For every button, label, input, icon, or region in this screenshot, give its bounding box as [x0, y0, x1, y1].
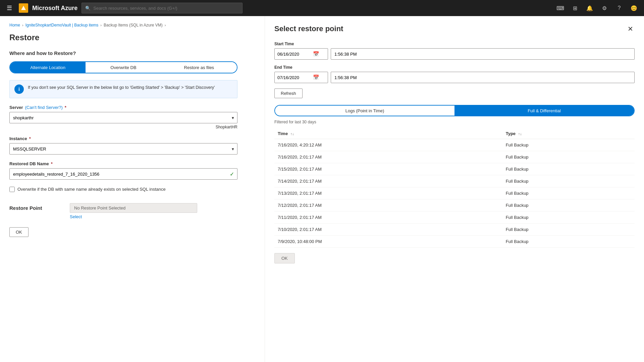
table-cell-type: Full Backup — [502, 151, 635, 163]
svg-marker-0 — [21, 6, 26, 10]
table-row[interactable]: 7/15/2020, 2:01:17 AM Full Backup — [274, 163, 635, 175]
table-row[interactable]: 7/13/2020, 2:01:17 AM Full Backup — [274, 187, 635, 199]
table-cell-time: 7/12/2020, 2:01:17 AM — [274, 199, 502, 212]
toggle-alternate-location[interactable]: Alternate Location — [10, 62, 86, 73]
server-select[interactable]: shopkarthr — [9, 112, 237, 123]
table-header-type[interactable]: Type ↑↓ — [502, 128, 635, 139]
breadcrumb-vault[interactable]: IgniteShopkartDemoVault | Backup items — [25, 23, 99, 27]
db-name-input[interactable] — [9, 168, 237, 180]
toggle-logs[interactable]: Logs (Point in Time) — [275, 106, 454, 116]
table-cell-type: Full Backup — [502, 187, 635, 199]
db-name-check-icon: ✓ — [230, 171, 234, 177]
cloud-shell-icon[interactable]: ⌨ — [554, 2, 566, 14]
end-date-input[interactable] — [277, 75, 311, 80]
start-time-label: Start Time — [274, 42, 635, 46]
table-header-time[interactable]: Time ↑↓ — [274, 128, 502, 139]
table-cell-type: Full Backup — [502, 236, 635, 248]
table-row[interactable]: 7/12/2020, 2:01:17 AM Full Backup — [274, 199, 635, 212]
refresh-button[interactable]: Refresh — [274, 88, 303, 98]
hamburger-icon[interactable]: ☰ — [4, 2, 15, 14]
table-row[interactable]: 7/11/2020, 2:01:17 AM Full Backup — [274, 212, 635, 224]
breadcrumb-sep-3: › — [165, 23, 166, 27]
table-row[interactable]: 7/10/2020, 2:01:17 AM Full Backup — [274, 224, 635, 236]
search-icon: 🔍 — [85, 6, 91, 11]
panel-header: Select restore point ✕ — [274, 24, 635, 34]
info-box: i If you don't see your SQL Server in th… — [9, 80, 237, 98]
restore-point-value: No Restore Point Selected — [70, 203, 197, 213]
info-text: If you don't see your SQL Server in the … — [28, 84, 215, 91]
breadcrumb-home[interactable]: Home — [9, 23, 20, 27]
search-bar[interactable]: 🔍 — [82, 3, 243, 13]
server-select-wrapper: shopkarthr ▾ — [9, 112, 237, 123]
section-title: Where and how to Restore? — [9, 50, 255, 56]
time-sort-icon[interactable]: ↑↓ — [290, 132, 294, 136]
type-sort-icon[interactable]: ↑↓ — [518, 132, 522, 136]
breadcrumb-current: Backup Items (SQL in Azure VM) — [104, 23, 163, 27]
table-row[interactable]: 7/16/2020, 2:01:17 AM Full Backup — [274, 151, 635, 163]
start-time-input[interactable] — [331, 48, 635, 60]
help-icon[interactable]: ? — [613, 2, 625, 14]
table-cell-time: 7/15/2020, 2:01:17 AM — [274, 163, 502, 175]
table-row[interactable]: 7/14/2020, 2:01:17 AM Full Backup — [274, 175, 635, 187]
search-input[interactable] — [93, 6, 239, 11]
main-container: Home › IgniteShopkartDemoVault | Backup … — [0, 16, 644, 362]
table-cell-type: Full Backup — [502, 163, 635, 175]
settings-icon[interactable]: ⚙ — [598, 2, 610, 14]
notifications-icon[interactable]: 🔔 — [584, 2, 596, 14]
account-icon[interactable]: 😊 — [628, 2, 640, 14]
select-restore-point-panel: Select restore point ✕ Start Time 📅 End … — [265, 16, 644, 362]
table-cell-time: 7/16/2020, 4:20:12 AM — [274, 139, 502, 151]
db-name-section: Restored DB Name * ✓ — [9, 161, 255, 180]
info-icon: i — [14, 84, 24, 94]
directory-icon[interactable]: ⊞ — [569, 2, 581, 14]
end-date-field[interactable]: 📅 — [274, 72, 328, 83]
restore-point-row: Restore Point No Restore Point Selected — [9, 203, 255, 213]
breadcrumb-sep-2: › — [100, 23, 102, 27]
table-header-row: Time ↑↓ Type ↑↓ — [274, 128, 635, 139]
panel-title: Select restore point — [274, 24, 343, 33]
table-cell-time: 7/11/2020, 2:01:17 AM — [274, 212, 502, 224]
db-name-input-wrapper: ✓ — [9, 168, 237, 180]
end-time-input[interactable] — [331, 72, 635, 83]
table-cell-type: Full Backup — [502, 139, 635, 151]
server-section: Server (Can't find Server?) * shopkarthr… — [9, 105, 255, 129]
table-row[interactable]: 7/16/2020, 4:20:12 AM Full Backup — [274, 139, 635, 151]
close-panel-button[interactable]: ✕ — [626, 24, 635, 34]
toggle-overwrite-db[interactable]: Overwrite DB — [86, 62, 161, 73]
restore-point-label: Restore Point — [9, 205, 63, 211]
overwrite-checkbox-label: Overwrite if the DB with same name alrea… — [17, 186, 166, 192]
toggle-full-differential[interactable]: Full & Differential — [454, 106, 634, 116]
panel-ok-button[interactable]: OK — [274, 253, 295, 263]
server-label: Server (Can't find Server?) * — [9, 105, 255, 110]
server-hint: ShopkartHR — [9, 125, 237, 129]
azure-logo-icon — [19, 3, 28, 13]
filter-note: Filtered for last 30 days — [274, 120, 635, 124]
overwrite-checkbox[interactable] — [9, 187, 15, 192]
end-time-row: End Time 📅 — [274, 65, 635, 83]
toggle-restore-files[interactable]: Restore as files — [161, 62, 237, 73]
select-restore-point-link[interactable]: Select — [70, 214, 82, 219]
instance-select-wrapper: MSSQLSERVER ▾ — [9, 143, 237, 155]
overwrite-checkbox-row: Overwrite if the DB with same name alrea… — [9, 186, 237, 192]
restore-point-section: Restore Point No Restore Point Selected … — [9, 203, 255, 219]
instance-label: Instance * — [9, 136, 255, 141]
restore-points-table: Time ↑↓ Type ↑↓ 7/16/2020, 4:20:12 AM Fu… — [274, 128, 635, 248]
instance-select[interactable]: MSSQLSERVER — [9, 143, 237, 155]
start-date-field[interactable]: 📅 — [274, 48, 328, 60]
table-cell-type: Full Backup — [502, 224, 635, 236]
table-cell-time: 7/10/2020, 2:01:17 AM — [274, 224, 502, 236]
table-row[interactable]: 7/9/2020, 10:48:00 PM Full Backup — [274, 236, 635, 248]
table-cell-type: Full Backup — [502, 199, 635, 212]
server-help-link[interactable]: (Can't find Server?) — [25, 105, 62, 110]
restore-mode-toggle: Alternate Location Overwrite DB Restore … — [9, 61, 237, 73]
table-cell-time: 7/16/2020, 2:01:17 AM — [274, 151, 502, 163]
table-cell-time: 7/13/2020, 2:01:17 AM — [274, 187, 502, 199]
end-date-calendar-icon[interactable]: 📅 — [313, 74, 319, 80]
end-time-inputs: 📅 — [274, 72, 635, 83]
nav-right-icons: ⌨ ⊞ 🔔 ⚙ ? 😊 — [554, 2, 640, 14]
start-date-calendar-icon[interactable]: 📅 — [313, 51, 319, 57]
start-date-input[interactable] — [277, 52, 311, 57]
top-nav: ☰ Microsoft Azure 🔍 ⌨ ⊞ 🔔 ⚙ ? 😊 — [0, 0, 644, 16]
restore-ok-button[interactable]: OK — [9, 227, 29, 237]
table-cell-type: Full Backup — [502, 175, 635, 187]
